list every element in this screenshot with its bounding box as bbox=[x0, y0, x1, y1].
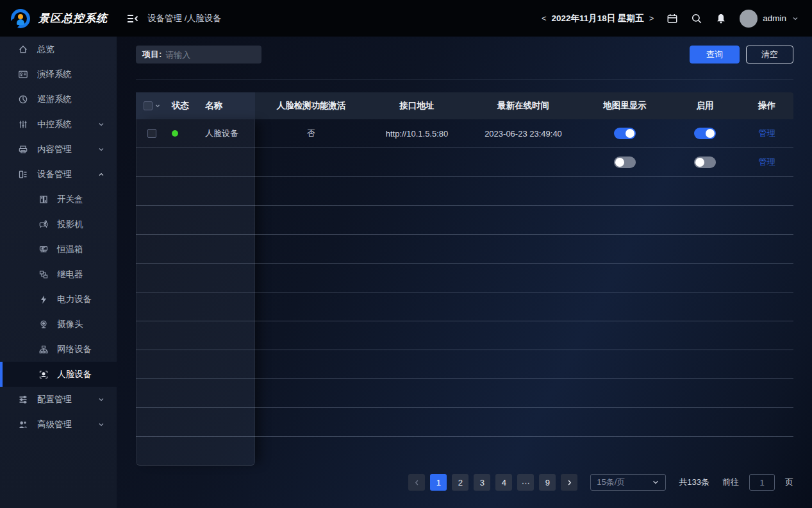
date-next-icon[interactable]: > bbox=[649, 13, 654, 23]
sidebar-item-label: 设备管理 bbox=[37, 169, 88, 180]
column-header-action: 操作 bbox=[740, 92, 793, 119]
sidebar-item-devices[interactable]: 设备管理 bbox=[0, 162, 117, 187]
section-divider bbox=[136, 79, 793, 80]
camera-icon bbox=[38, 319, 49, 330]
bell-icon[interactable] bbox=[715, 13, 727, 24]
header-select-all bbox=[136, 92, 168, 119]
sidebar: 总览 演绎系统 巡游系统 中控系统 内容管理 设备管理 开关盒 投影机 恒温箱 … bbox=[0, 37, 117, 508]
table-body: 人脸设备 否 http://10.1.5.5:80 2023-06-23 23:… bbox=[136, 119, 793, 466]
column-header-online-time: 最新在线时间 bbox=[467, 92, 580, 119]
sidebar-item-label: 演绎系统 bbox=[37, 69, 105, 80]
enable-toggle[interactable] bbox=[694, 128, 716, 139]
sidebar-item-label: 配置管理 bbox=[37, 394, 88, 405]
device-name: 人脸设备 bbox=[205, 128, 255, 139]
row-checkbox[interactable] bbox=[147, 129, 156, 138]
goto-page-input[interactable] bbox=[749, 474, 775, 491]
sidebar-item-performance[interactable]: 演绎系统 bbox=[0, 62, 117, 87]
calendar-icon[interactable] bbox=[667, 13, 678, 24]
goto-label: 前往 bbox=[722, 477, 739, 488]
page-ellipsis[interactable]: ··· bbox=[517, 474, 534, 491]
search-icon[interactable] bbox=[691, 13, 702, 24]
page-size-select[interactable]: 15条/页 bbox=[590, 474, 666, 491]
next-page-icon[interactable] bbox=[561, 474, 577, 491]
sidebar-subitem-camera[interactable]: 摄像头 bbox=[0, 312, 117, 337]
prev-page-icon[interactable] bbox=[408, 474, 425, 491]
sidebar-item-central-control[interactable]: 中控系统 bbox=[0, 112, 117, 137]
sidebar-subitem-label: 开关盒 bbox=[57, 194, 83, 205]
empty-row bbox=[136, 206, 793, 235]
page-button-1[interactable]: 1 bbox=[430, 474, 447, 491]
empty-row bbox=[136, 292, 793, 321]
breadcrumb: 设备管理 /人脸设备 bbox=[147, 13, 222, 24]
project-filter-field[interactable]: 项目: bbox=[136, 46, 261, 64]
main-content: 项目: 查询 清空 状态 名称 人脸检测功能激活 接口地址 最新在线时间 地图里… bbox=[117, 37, 812, 508]
config-icon bbox=[18, 394, 28, 405]
manage-link[interactable]: 管理 bbox=[759, 128, 775, 139]
empty-row bbox=[136, 177, 793, 206]
collapse-menu-icon[interactable] bbox=[127, 13, 138, 24]
sidebar-item-label: 高级管理 bbox=[37, 419, 88, 430]
chevron-down-icon bbox=[97, 396, 105, 403]
status-dot-online bbox=[172, 130, 178, 137]
query-button[interactable]: 查询 bbox=[690, 46, 740, 64]
chevron-down-icon[interactable] bbox=[154, 103, 161, 109]
sidebar-item-content[interactable]: 内容管理 bbox=[0, 137, 117, 162]
device-icon bbox=[18, 169, 28, 180]
sidebar-item-advanced[interactable]: 高级管理 bbox=[0, 412, 117, 437]
project-filter-label: 项目: bbox=[142, 49, 162, 60]
empty-row bbox=[136, 408, 793, 437]
empty-row bbox=[136, 264, 793, 292]
project-filter-input[interactable] bbox=[165, 50, 255, 60]
sliders-vertical-icon bbox=[18, 119, 28, 130]
empty-row bbox=[136, 437, 793, 466]
enable-toggle[interactable] bbox=[694, 157, 716, 168]
chevron-down-icon bbox=[652, 478, 659, 486]
empty-row bbox=[136, 235, 793, 264]
sidebar-subitem-thermostat[interactable]: 恒温箱 bbox=[0, 237, 117, 262]
sidebar-subitem-switchbox[interactable]: 开关盒 bbox=[0, 187, 117, 212]
select-all-checkbox[interactable] bbox=[144, 101, 153, 110]
sidebar-item-patrol[interactable]: 巡游系统 bbox=[0, 87, 117, 112]
page-button-3[interactable]: 3 bbox=[474, 474, 490, 491]
clear-button[interactable]: 清空 bbox=[746, 46, 793, 64]
chevron-down-icon bbox=[791, 15, 799, 22]
sidebar-subitem-label: 网络设备 bbox=[57, 344, 92, 355]
sidebar-subitem-network[interactable]: 网络设备 bbox=[0, 337, 117, 362]
date-prev-icon[interactable]: < bbox=[542, 13, 547, 23]
idcard-icon bbox=[18, 69, 28, 80]
sidebar-subitem-power[interactable]: 电力设备 bbox=[0, 287, 117, 312]
date-nav: < 2022年11月18日 星期五 > bbox=[542, 13, 654, 24]
empty-row bbox=[136, 321, 793, 350]
column-header-name: 名称 bbox=[205, 92, 255, 119]
app-brand: 景区总控系统 bbox=[0, 8, 117, 29]
page-button-2[interactable]: 2 bbox=[452, 474, 468, 491]
map-show-toggle[interactable] bbox=[614, 128, 636, 139]
sidebar-subitem-projector[interactable]: 投影机 bbox=[0, 212, 117, 237]
sidebar-subitem-label: 恒温箱 bbox=[57, 244, 83, 255]
sidebar-item-overview[interactable]: 总览 bbox=[0, 37, 117, 62]
sidebar-item-configuration[interactable]: 配置管理 bbox=[0, 387, 117, 412]
empty-row bbox=[136, 350, 793, 379]
page-button-4[interactable]: 4 bbox=[495, 474, 512, 491]
sidebar-item-label: 巡游系统 bbox=[37, 94, 105, 105]
users-icon bbox=[18, 419, 28, 430]
pagination: 1 2 3 4 ··· 9 15条/页 共133条 前往 页 bbox=[136, 474, 793, 491]
page-size-value: 15条/页 bbox=[597, 477, 625, 488]
interface-address: http://10.1.5.5:80 bbox=[367, 129, 467, 139]
user-menu[interactable]: admin bbox=[740, 10, 799, 28]
sidebar-subitem-label: 电力设备 bbox=[57, 294, 92, 305]
projector-icon bbox=[38, 219, 49, 230]
sidebar-subitem-face-device[interactable]: 人脸设备 bbox=[0, 362, 117, 387]
chevron-down-icon bbox=[97, 146, 105, 153]
manage-link[interactable]: 管理 bbox=[759, 157, 775, 168]
online-time: 2023-06-23 23:49:40 bbox=[467, 129, 580, 139]
map-show-toggle[interactable] bbox=[614, 157, 636, 168]
thermostat-icon bbox=[38, 244, 49, 255]
patrol-icon bbox=[18, 94, 28, 105]
app-title: 景区总控系统 bbox=[38, 11, 108, 26]
page-button-9[interactable]: 9 bbox=[539, 474, 556, 491]
sidebar-subitem-relay[interactable]: 继电器 bbox=[0, 262, 117, 287]
table-header: 状态 名称 人脸检测功能激活 接口地址 最新在线时间 地图里显示 启用 操作 bbox=[136, 92, 793, 119]
date-label: 2022年11月18日 星期五 bbox=[552, 13, 644, 24]
chevron-down-icon bbox=[97, 121, 105, 128]
